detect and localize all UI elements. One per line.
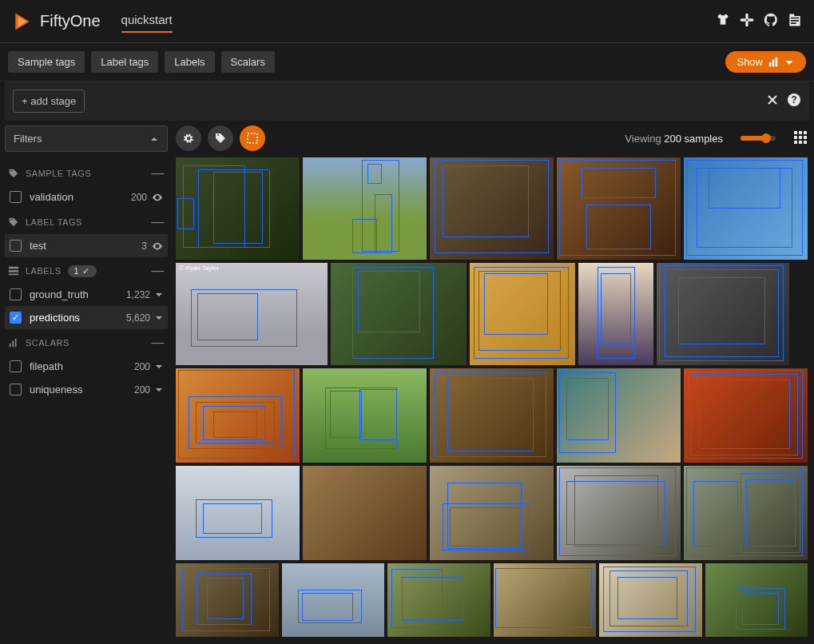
content-area: Filters SAMPLE TAGS — validation 200 LAB… xyxy=(0,125,814,643)
sample-thumbnail[interactable] xyxy=(176,563,279,637)
tag-scalars[interactable]: Scalars xyxy=(221,51,275,73)
eye-icon[interactable] xyxy=(152,192,163,203)
svg-rect-18 xyxy=(794,131,797,134)
field-label: uniqueness xyxy=(30,384,134,396)
sample-thumbnail[interactable] xyxy=(578,263,653,365)
field-label: ground_truth xyxy=(30,288,126,300)
eye-icon[interactable] xyxy=(152,241,163,252)
tag-button[interactable] xyxy=(208,125,233,151)
sample-thumbnail[interactable] xyxy=(282,563,385,637)
dataset-selector[interactable]: quickstart xyxy=(121,10,173,33)
sample-thumbnail[interactable] xyxy=(387,563,490,637)
sample-thumbnail[interactable] xyxy=(684,466,808,560)
field-filepath[interactable]: filepath 200 xyxy=(5,355,168,378)
brand-name: FiftyOne xyxy=(40,12,101,30)
sample-thumbnail[interactable] xyxy=(430,466,554,560)
sample-thumbnail[interactable] xyxy=(705,563,808,637)
sample-thumbnail[interactable] xyxy=(684,157,808,260)
grid-view-icon[interactable] xyxy=(793,130,808,147)
section-sample-tags[interactable]: SAMPLE TAGS — xyxy=(5,160,168,185)
field-count: 5,620 xyxy=(126,312,150,324)
tag-icon xyxy=(8,168,19,179)
svg-rect-15 xyxy=(12,340,14,347)
collapse-icon[interactable]: — xyxy=(152,336,165,350)
close-icon[interactable] xyxy=(766,93,779,109)
section-scalars[interactable]: SCALARS — xyxy=(5,329,168,355)
sample-thumbnail[interactable] xyxy=(557,466,681,560)
sample-thumbnail[interactable] xyxy=(430,157,554,260)
field-ground-truth[interactable]: ground_truth 1,232 xyxy=(5,283,168,306)
section-label-tags[interactable]: LABEL TAGS — xyxy=(5,209,168,234)
sample-thumbnail[interactable] xyxy=(303,157,427,260)
collapse-icon[interactable]: — xyxy=(152,264,165,278)
svg-rect-20 xyxy=(804,131,807,134)
filters-label: Filters xyxy=(14,133,149,145)
sample-thumbnail[interactable] xyxy=(557,368,681,463)
sample-thumbnail[interactable] xyxy=(657,263,789,365)
checkbox[interactable] xyxy=(10,360,22,372)
caret-down-icon[interactable] xyxy=(155,314,163,322)
section-labels[interactable]: LABELS 1 ✓ — xyxy=(5,257,168,283)
svg-rect-8 xyxy=(776,57,778,66)
section-title: SCALARS xyxy=(26,338,69,348)
show-button[interactable]: Show xyxy=(725,51,806,73)
sample-thumbnail[interactable] xyxy=(430,368,554,463)
slack-icon[interactable] xyxy=(739,12,755,30)
sample-thumbnail[interactable] xyxy=(557,157,681,260)
checkbox[interactable] xyxy=(10,384,22,396)
stage-bar: + add stage ? xyxy=(5,81,809,121)
chevron-down-icon xyxy=(784,57,795,68)
zoom-slider[interactable] xyxy=(741,136,776,141)
add-stage-button[interactable]: + add stage xyxy=(13,89,85,113)
slider-thumb[interactable] xyxy=(761,133,771,143)
sample-thumbnail[interactable] xyxy=(303,368,427,463)
settings-button[interactable] xyxy=(176,125,201,151)
sample-thumbnail[interactable] xyxy=(176,466,300,560)
caret-down-icon[interactable] xyxy=(155,386,163,394)
caret-down-icon[interactable] xyxy=(155,291,163,299)
sample-thumbnail[interactable] xyxy=(599,563,702,637)
checkbox-checked[interactable] xyxy=(10,312,22,324)
github-icon[interactable] xyxy=(763,12,779,30)
sample-thumbnail[interactable]: © Ryan Taylor xyxy=(176,263,328,365)
svg-rect-2 xyxy=(745,14,748,20)
checkbox[interactable] xyxy=(10,191,22,203)
collapse-icon[interactable]: — xyxy=(152,166,165,181)
fiftyone-logo-icon xyxy=(11,10,34,33)
field-uniqueness[interactable]: uniqueness 200 xyxy=(5,378,168,401)
sample-thumbnail[interactable] xyxy=(303,466,427,560)
section-title: LABELS xyxy=(26,266,62,276)
tshirt-icon[interactable] xyxy=(715,12,731,30)
patches-button[interactable] xyxy=(240,125,265,151)
sidebar: Filters SAMPLE TAGS — validation 200 LAB… xyxy=(0,125,173,643)
logo[interactable]: FiftyOne xyxy=(11,10,101,33)
svg-rect-24 xyxy=(794,141,797,144)
header-right-icons xyxy=(715,12,803,30)
field-validation[interactable]: validation 200 xyxy=(5,185,168,209)
svg-rect-3 xyxy=(745,21,748,27)
filters-dropdown[interactable]: Filters xyxy=(5,125,168,152)
svg-rect-17 xyxy=(248,133,257,143)
sample-grid[interactable]: © Ryan Taylor xyxy=(176,157,808,637)
caret-down-icon[interactable] xyxy=(155,363,163,371)
tag-labels[interactable]: Labels xyxy=(165,51,214,73)
field-test[interactable]: test 3 xyxy=(5,234,168,257)
tag-sample-tags[interactable]: Sample tags xyxy=(8,51,85,73)
sample-thumbnail[interactable] xyxy=(470,263,575,365)
bar-chart-icon xyxy=(768,57,779,68)
help-icon[interactable]: ? xyxy=(787,93,801,109)
sample-thumbnail[interactable] xyxy=(494,563,597,637)
app-header: FiftyOne quickstart xyxy=(0,0,814,43)
docs-icon[interactable] xyxy=(787,12,803,30)
sample-thumbnail[interactable] xyxy=(176,157,300,260)
field-label: test xyxy=(30,240,141,252)
tag-label-tags[interactable]: Label tags xyxy=(91,51,158,73)
sample-thumbnail[interactable] xyxy=(331,263,467,365)
checkbox[interactable] xyxy=(10,240,22,252)
checkbox[interactable] xyxy=(10,288,22,300)
sample-thumbnail[interactable] xyxy=(684,368,808,463)
gear-icon xyxy=(182,132,195,145)
sample-thumbnail[interactable] xyxy=(176,368,300,463)
collapse-icon[interactable]: — xyxy=(152,215,165,229)
field-predictions[interactable]: predictions 5,620 xyxy=(5,306,168,329)
